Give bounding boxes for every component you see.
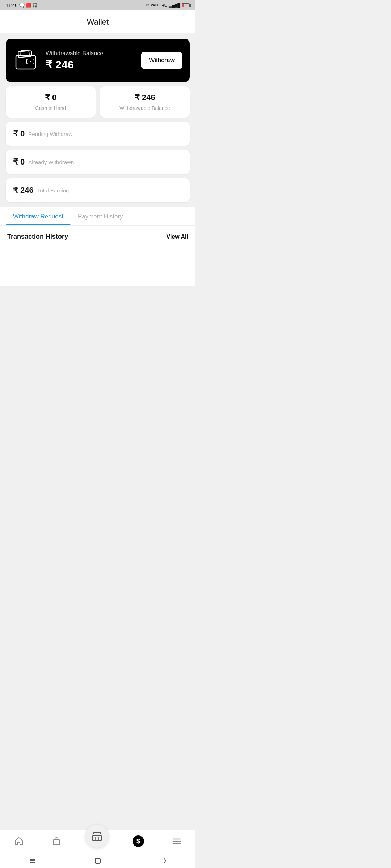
status-icons: ⬾ VoLTE 4G ▂▄▆█: [146, 3, 190, 8]
network-icon: 4G: [162, 3, 168, 7]
balance-label: Withdrawable Balance: [46, 50, 103, 57]
time-text: 11:40: [6, 3, 18, 8]
view-all-button[interactable]: View All: [167, 234, 188, 240]
cash-in-hand-amount: ₹ 0: [12, 93, 90, 102]
pending-withdraw-amount: ₹ 0: [13, 129, 25, 139]
transaction-title: Transaction History: [7, 233, 68, 241]
withdraw-button[interactable]: Withdraw: [141, 52, 182, 69]
page-title: Wallet: [87, 17, 109, 26]
volte-icon: VoLTE: [151, 3, 161, 7]
svg-point-2: [30, 61, 31, 62]
already-withdrawn-label: Already Withdrawn: [28, 159, 74, 165]
transaction-header: Transaction History View All: [7, 233, 188, 241]
total-earning-amount: ₹ 246: [13, 186, 34, 195]
balance-card-left: Withdrawable Balance ₹ 246: [13, 47, 103, 73]
signal-bars: ▂▄▆█: [169, 3, 180, 8]
tab-withdraw-request[interactable]: Withdraw Request: [6, 207, 71, 225]
wallet-icon: [13, 47, 39, 73]
tabs-row: Withdraw Request Payment History: [6, 207, 190, 225]
two-col-cards: ₹ 0 Cash in Hand ₹ 246 Withdrawable Bala…: [6, 86, 190, 118]
page-header: Wallet: [0, 10, 196, 33]
already-withdrawn-amount: ₹ 0: [13, 157, 25, 167]
transaction-section: Transaction History View All: [0, 226, 196, 286]
cash-in-hand-card: ₹ 0 Cash in Hand: [6, 86, 96, 118]
battery-icon: [182, 3, 190, 7]
pending-withdraw-card: ₹ 0 Pending Withdraw: [6, 122, 190, 146]
transaction-empty-area: [7, 246, 188, 275]
status-bar: 11:40 🗨️ 🟥 🎧 ⬾ VoLTE 4G ▂▄▆█: [0, 0, 196, 10]
withdrawable-amount: ₹ 246: [106, 93, 184, 102]
status-time: 11:40 🗨️ 🟥 🎧: [6, 3, 38, 8]
notification-icons: 🗨️ 🟥 🎧: [19, 3, 38, 8]
withdrawable-label: Withdrawable Balance: [106, 105, 184, 111]
balance-card: Withdrawable Balance ₹ 246 Withdraw: [6, 39, 190, 82]
tab-payment-history[interactable]: Payment History: [71, 207, 130, 225]
total-earning-card: ₹ 246 Total Earning: [6, 178, 190, 202]
total-earning-label: Total Earning: [37, 187, 69, 193]
tabs-section: Withdraw Request Payment History: [0, 207, 196, 226]
already-withdrawn-card: ₹ 0 Already Withdrawn: [6, 150, 190, 174]
balance-amount: ₹ 246: [46, 58, 103, 71]
pending-withdraw-label: Pending Withdraw: [28, 131, 72, 137]
cash-in-hand-label: Cash in Hand: [12, 105, 90, 111]
withdrawable-balance-card: ₹ 246 Withdrawable Balance: [100, 86, 190, 118]
bluetooth-icon: ⬾: [146, 3, 150, 7]
balance-info: Withdrawable Balance ₹ 246: [46, 50, 103, 71]
